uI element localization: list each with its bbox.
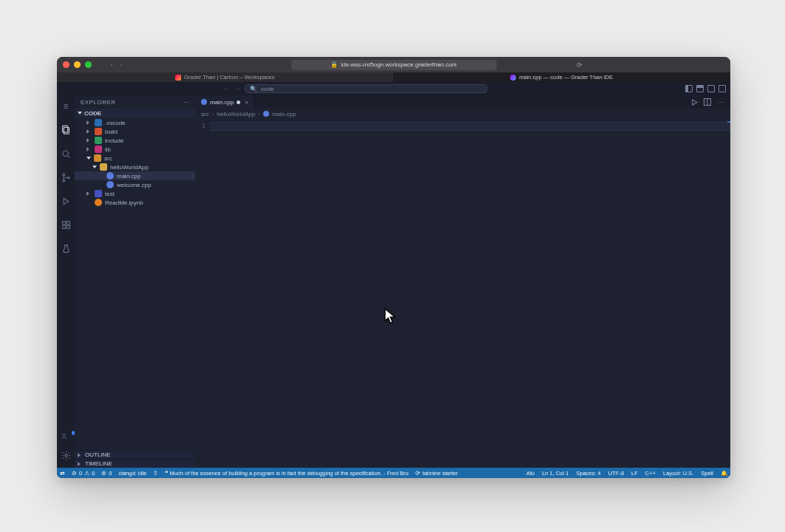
file-item[interactable]: ReadMe.ipynb [75,198,195,207]
folder-item[interactable]: helloWorldApp [75,163,195,171]
split-editor-icon[interactable] [704,98,711,106]
folder-item[interactable]: include [75,136,195,145]
explorer-icon[interactable] [61,125,71,135]
source-control-icon[interactable] [61,172,71,183]
maximize-window-button[interactable] [85,61,92,68]
svg-rect-10 [62,225,65,228]
folder-icon [95,119,102,126]
outline-section-header[interactable]: OUTLINE [75,450,195,459]
menu-icon[interactable]: ≡ [61,101,71,112]
svg-point-5 [62,180,64,182]
breadcrumb-segment[interactable]: main.cpp [272,111,296,117]
browser-tab[interactable]: main.cpp — code — Grader Than IDE [394,72,731,82]
tab-favicon [510,75,516,81]
editor-group: main.cpp × ⋯ src › helloWorldApp [195,95,730,468]
notification-badge [72,431,75,435]
timeline-section-header[interactable]: TIMELINE [75,459,195,468]
testing-icon[interactable] [61,243,71,253]
ide-history-nav: ← → [224,86,240,92]
minimap[interactable] [727,119,730,468]
explorer-header: EXPLORER ⋯ [75,95,195,109]
close-window-button[interactable] [63,61,69,68]
chevron-right-icon [78,453,83,457]
close-tab-icon[interactable]: × [245,99,248,106]
code-body[interactable] [210,119,730,468]
reload-icon[interactable]: ⟳ [577,61,582,69]
toggle-panel-button[interactable] [696,85,704,92]
extensions-icon[interactable] [61,219,71,230]
ports-indicator[interactable]: ⊚0 [101,470,112,477]
broadcast-icon: ⊚ [101,470,106,477]
keyboard-layout[interactable]: Layout: U.S. [663,470,693,477]
chevron-right-icon [86,138,92,143]
file-item[interactable]: welcome.cpp [75,180,195,189]
tree-item-label: ReadMe.ipynb [105,200,143,206]
minimize-window-button[interactable] [74,61,81,68]
history-forward-button[interactable]: → [234,86,240,92]
folder-item[interactable]: test [75,189,195,198]
clangd-status[interactable]: clangd: idle [119,470,147,477]
notifications-bell-icon[interactable]: 🔔 [721,470,727,477]
svg-line-3 [67,155,69,157]
accounts-icon[interactable] [61,431,71,441]
breadcrumb-segment[interactable]: helloWorldApp [217,111,255,117]
line-number: 1 [195,122,205,129]
afu-indicator[interactable]: Afu [526,470,534,477]
tree-item-label: test [105,191,115,197]
browser-back-button[interactable]: ‹ [111,61,113,68]
activity-bar: ≡ [57,95,75,468]
tree-item-label: main.cpp [117,173,140,180]
spell-check-status[interactable]: Spell [701,470,713,477]
run-debug-icon[interactable] [61,196,71,206]
editor-tab[interactable]: main.cpp × [195,95,255,109]
warning-count: 0 [92,470,95,477]
indentation-status[interactable]: Spaces: 4 [576,470,600,477]
folder-item[interactable]: .vscode [75,118,195,127]
folder-item[interactable]: src [75,154,195,163]
breadcrumb-segment[interactable]: src [201,111,209,117]
folder-item[interactable]: lib [75,145,195,154]
folder-icon [95,190,102,197]
customize-layout-button[interactable] [718,85,726,92]
cpp-file-icon [201,99,207,105]
search-activity-icon[interactable] [61,149,71,159]
chevron-right-icon [86,147,92,151]
chevron-right-icon [86,120,92,125]
tabnine-status[interactable]: ⟳ tabnine starter [415,470,458,477]
workspace-section-header[interactable]: CODE [75,109,195,117]
svg-rect-1 [64,128,69,134]
search-placeholder: code [261,86,273,92]
remote-icon: ⇄ [60,470,65,477]
minimap-thumb[interactable] [727,121,730,123]
more-actions-icon[interactable]: ⋯ [717,98,724,106]
encoding-status[interactable]: UTF-8 [608,470,624,477]
file-item[interactable]: main.cpp [75,171,195,180]
run-file-icon[interactable] [690,98,698,106]
explorer-more-icon[interactable]: ⋯ [183,99,190,106]
file-icon [106,172,114,180]
eol-status[interactable]: LF [631,470,638,477]
browser-url-bar[interactable]: 🔒 ide-wss-nxl5ogn.workspace.graderthan.c… [291,60,497,70]
folder-icon [100,163,107,171]
browser-url: ide-wss-nxl5ogn.workspace.graderthan.com [341,61,457,68]
browser-tab[interactable]: Grader Than | Carbon – Workspaces [57,72,394,82]
browser-forward-button[interactable]: › [120,61,123,68]
svg-rect-0 [63,126,68,132]
language-mode[interactable]: C++ [645,470,656,477]
toggle-primary-sidebar-button[interactable] [685,85,693,92]
command-center-search[interactable]: 🔍 code [245,84,487,93]
remote-indicator[interactable]: ⇄ [60,470,65,477]
code-editor[interactable]: 1 [195,119,730,468]
breadcrumb[interactable]: src › helloWorldApp › main.cpp [195,109,730,119]
settings-gear-icon[interactable] [61,450,71,460]
editor-tab-row: main.cpp × ⋯ [195,95,730,109]
history-back-button[interactable]: ← [224,86,230,92]
cursor-position[interactable]: Ln 1, Col 1 [542,470,568,477]
chevron-right-icon [78,462,83,466]
ide-body: ≡ [57,95,730,468]
toggle-secondary-sidebar-button[interactable] [707,85,715,92]
live-share-icon[interactable]: ⇪ [153,470,158,477]
chevron-right-icon: › [212,111,214,117]
folder-item[interactable]: build [75,127,195,136]
problems-indicator[interactable]: ⊘0 ⚠0 [72,470,95,477]
